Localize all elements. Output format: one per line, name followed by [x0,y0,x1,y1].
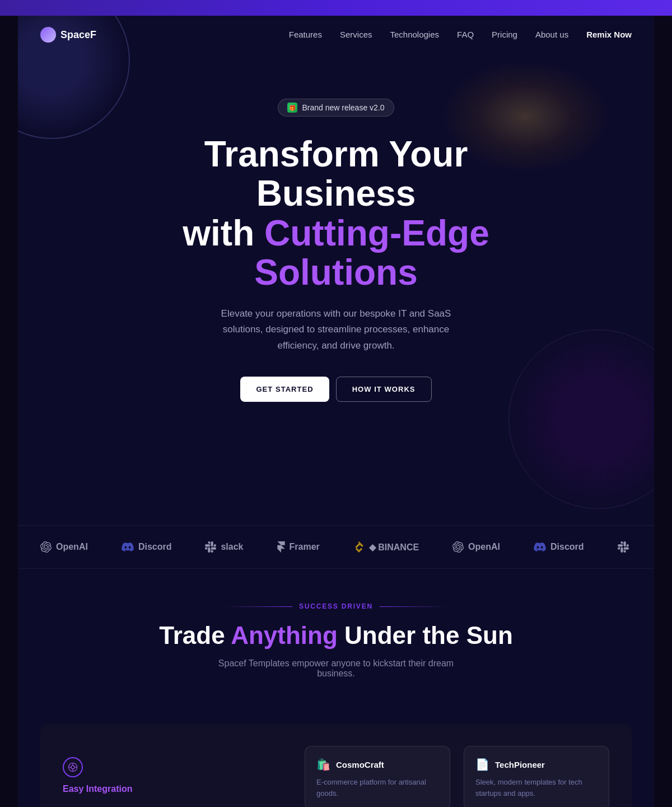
brand-openai-1: OpenAI [40,541,88,553]
brand-binance-1-text: ◆ BINANCE [369,542,419,553]
feature-icon [63,757,83,777]
hero-buttons: GET STARTED HOW IT WORKS [40,377,632,402]
section-title-start: Trade [159,622,231,649]
logo-strip-inner: OpenAI Discord slack Fr [18,541,654,553]
logo[interactable]: SpaceF [40,27,96,43]
section-label-line-left [225,606,292,607]
hero-section: 🎁 Brand new release v2.0 Transform Your … [18,54,654,435]
section-subtitle: Spacef Templates empower anyone to kicks… [202,658,470,679]
logo-text: SpaceF [60,29,96,41]
integration-icon [68,762,78,772]
cards-section: Easy Integration 🛍️ CosmoCraft E-commerc… [40,723,632,807]
navbar: SpaceF Features Services Technologies FA… [18,16,654,54]
framer-icon-1 [277,541,285,553]
discord-icon-1 [122,542,134,551]
hero-title: Transform Your Business with Cutting-Edg… [140,134,532,293]
brand-openai-2: OpenAI [452,541,500,553]
nav-faq[interactable]: FAQ [457,30,474,39]
openai-icon-2 [452,541,464,553]
nav-about[interactable]: About us [535,30,568,39]
feature-label: Easy Integration [63,784,132,794]
cosmocraft-icon: 🛍️ [316,758,330,771]
hero-title-line1: Transform Your Business [204,134,468,214]
hero-title-line3: Solutions [254,252,418,293]
section-label: SUCCESS DRIVEN [40,602,632,610]
svg-point-1 [71,766,74,769]
slack-icon-2 [618,541,629,553]
brand-discord-2: Discord [534,542,584,552]
nav-services[interactable]: Services [340,30,372,39]
section-title: Trade Anything Under the Sun [40,622,632,650]
section-label-line-right [380,606,447,607]
section-label-text: SUCCESS DRIVEN [299,602,373,610]
brand-discord-1: Discord [122,542,172,552]
brand-slack-1: slack [205,541,243,553]
get-started-button[interactable]: GET STARTED [240,377,329,402]
product-card-techpioneer: 📄 TechPioneer Sleek, modern templates fo… [464,746,609,807]
hero-subtitle: Elevate your operations with our bespoke… [202,306,470,355]
how-it-works-button[interactable]: HOW IT WORKS [336,377,432,402]
release-badge: 🎁 Brand new release v2.0 [278,99,394,117]
techpioneer-title: TechPioneer [495,760,545,769]
top-accent-bar [0,0,672,16]
brand-discord-2-text: Discord [550,542,584,552]
brand-framer-1-text: Framer [290,542,320,552]
badge-text: Brand new release v2.0 [302,103,384,112]
badge-icon: 🎁 [287,103,297,113]
nav-remix[interactable]: Remix Now [586,30,632,39]
product-card-header-2: 📄 TechPioneer [475,758,598,771]
main-wrapper: SpaceF Features Services Technologies FA… [18,16,654,807]
left-feature: Easy Integration [63,746,291,794]
brand-binance-1: ◆ BINANCE [353,541,419,553]
brand-framer-1: Framer [277,541,320,553]
slack-icon-1 [205,541,216,553]
section-title-end: Under the Sun [338,622,513,649]
discord-icon-2 [534,542,546,551]
nav-technologies[interactable]: Technologies [390,30,439,39]
brand-slack-1-text: slack [221,542,243,552]
brand-discord-1-text: Discord [138,542,172,552]
techpioneer-icon: 📄 [475,758,489,771]
product-card-header-1: 🛍️ CosmoCraft [316,758,438,771]
brand-openai-1-text: OpenAI [56,542,88,552]
cosmocraft-desc: E-commerce platform for artisanal goods. [316,777,438,799]
section-title-accent: Anything [231,622,338,649]
nav-pricing[interactable]: Pricing [492,30,517,39]
nav-links: Features Services Technologies FAQ Prici… [289,30,632,40]
openai-icon-1 [40,541,52,553]
success-section: SUCCESS DRIVEN Trade Anything Under the … [18,569,654,701]
logo-strip: OpenAI Discord slack Fr [18,525,654,569]
brand-openai-2-text: OpenAI [468,542,500,552]
techpioneer-desc: Sleek, modern templates for tech startup… [475,777,598,799]
product-card-cosmocraft: 🛍️ CosmoCraft E-commerce platform for ar… [305,746,450,807]
logo-icon [40,27,56,43]
binance-icon-1 [353,541,365,553]
cosmocraft-title: CosmoCraft [336,760,384,769]
brand-slack-2 [618,541,629,553]
hero-title-accent: Cutting-Edge [264,213,489,253]
hero-title-with: with [183,213,264,253]
nav-features[interactable]: Features [289,30,322,39]
